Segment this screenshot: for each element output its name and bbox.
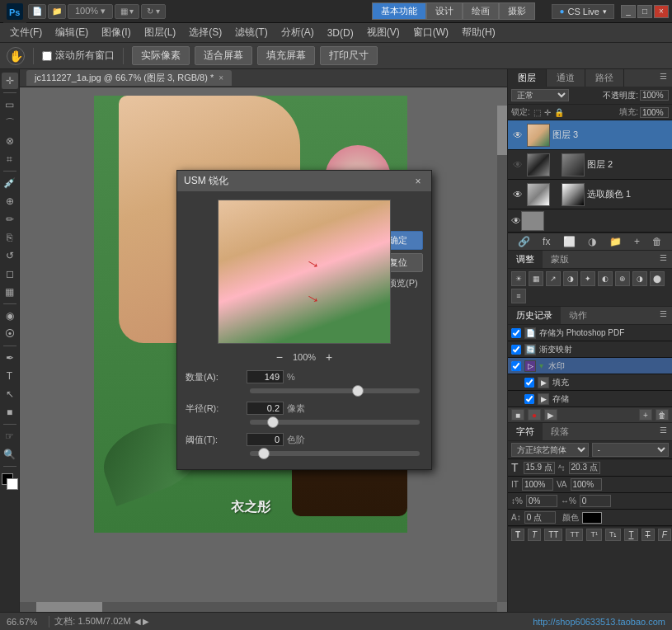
workspace-tab-design[interactable]: 设计 — [426, 2, 463, 20]
strikethrough-btn[interactable]: T — [641, 529, 655, 541]
hist-record-btn[interactable]: ● — [528, 409, 541, 421]
fill-input[interactable] — [640, 107, 669, 118]
nav-left-btn[interactable]: ◀ — [134, 617, 141, 626]
hist-new-btn[interactable]: + — [639, 409, 652, 421]
layer-visibility-bg[interactable]: 👁 — [511, 215, 521, 227]
radius-input[interactable] — [247, 402, 284, 415]
char-panel-menu[interactable]: ☰ — [655, 423, 672, 440]
view-select[interactable]: ▦ ▾ — [115, 4, 139, 19]
hist-check-1[interactable] — [511, 328, 521, 338]
quick-select-icon[interactable]: ⊗ — [2, 133, 18, 149]
threshold-input[interactable] — [247, 433, 284, 446]
eyedropper-icon[interactable]: 💉 — [2, 175, 18, 191]
superscript-btn[interactable]: T¹ — [586, 529, 602, 541]
tab-layers[interactable]: 图层 — [508, 69, 547, 87]
font-family-select[interactable]: 方正综艺简体 — [511, 443, 589, 457]
hist-play-btn[interactable]: ▶ — [544, 409, 557, 421]
horizontal-scrollbar-thumb[interactable] — [36, 602, 102, 612]
vert-scale-input[interactable] — [526, 495, 557, 507]
crop-tool-icon[interactable]: ⌗ — [2, 151, 18, 167]
menu-edit[interactable]: 编辑(E) — [49, 24, 95, 41]
hist-check-4[interactable] — [524, 378, 534, 388]
amount-slider[interactable] — [250, 388, 420, 393]
tab-channels[interactable]: 通道 — [547, 69, 585, 87]
subscript-btn[interactable]: T₁ — [605, 529, 622, 541]
healing-brush-icon[interactable]: ⊕ — [2, 193, 18, 209]
dialog-preview-area[interactable] — [218, 200, 391, 344]
add-mask-btn[interactable]: ⬜ — [563, 236, 576, 247]
menu-filter[interactable]: 滤镜(T) — [228, 24, 274, 41]
layer-item-3[interactable]: 👁 图层 3 — [508, 120, 672, 150]
zoom-tool-icon[interactable]: 🔍 — [2, 446, 18, 463]
blur-tool-icon[interactable]: ◉ — [2, 308, 18, 324]
workspace-tab-paint[interactable]: 绘画 — [463, 2, 499, 20]
layer-visibility-icon-sel1[interactable]: 👁 — [511, 188, 524, 201]
threshold-slider-thumb[interactable] — [258, 448, 270, 459]
line-height-input[interactable] — [569, 462, 600, 474]
background-color[interactable] — [7, 478, 18, 490]
tab-paths[interactable]: 路径 — [585, 69, 624, 87]
lock-pixel-icon[interactable]: ⬚ — [533, 108, 541, 117]
font-style-select[interactable]: - — [592, 443, 670, 457]
shape-tool-icon[interactable]: ■ — [2, 404, 18, 421]
italic-btn[interactable]: T — [528, 529, 541, 541]
kerning-input[interactable] — [571, 478, 602, 491]
tab-adjustments[interactable]: 调整 — [508, 251, 543, 268]
font-size-input[interactable] — [524, 462, 555, 474]
layer-item-2[interactable]: 👁 图层 2 — [508, 150, 672, 180]
path-select-icon[interactable]: ↖ — [2, 386, 18, 402]
opacity-input[interactable] — [640, 90, 669, 101]
small-caps-btn[interactable]: TT — [566, 529, 583, 541]
close-btn[interactable]: × — [654, 5, 669, 18]
cslive-button[interactable]: ● CS Live ▾ — [552, 4, 614, 19]
new-adj-btn[interactable]: ◑ — [588, 236, 596, 247]
tab-paragraph[interactable]: 段落 — [543, 423, 577, 440]
hist-check-5[interactable] — [524, 394, 534, 404]
hue-sat-icon[interactable]: ◐ — [598, 271, 613, 286]
scroll-all-checkbox[interactable] — [42, 51, 52, 61]
menu-view[interactable]: 视图(V) — [360, 24, 406, 41]
bold-btn[interactable]: T — [511, 529, 524, 541]
menu-layer[interactable]: 图层(L) — [138, 24, 183, 41]
tab-actions[interactable]: 动作 — [561, 307, 595, 324]
workspace-tab-basic[interactable]: 基本功能 — [372, 2, 426, 20]
history-brush-icon[interactable]: ↺ — [2, 247, 18, 264]
zoom-in-btn[interactable]: + — [322, 350, 336, 364]
faux-italic-btn[interactable]: F — [658, 529, 671, 541]
doc-tab-item[interactable]: jc111227_1a.jpg @ 66.7% (图层 3, RGB/8) * … — [26, 70, 232, 86]
panel-menu-icon[interactable]: ☰ — [655, 69, 672, 87]
hist-stop-btn[interactable]: ■ — [511, 409, 524, 421]
tab-history[interactable]: 历史记录 — [508, 307, 561, 324]
lock-all-icon[interactable]: 🔒 — [554, 108, 564, 117]
color-balance-icon[interactable]: ⊕ — [615, 271, 630, 286]
underline-btn[interactable]: T — [624, 529, 637, 541]
delete-layer-btn[interactable]: 🗑 — [652, 236, 662, 247]
exposure-icon[interactable]: ◑ — [563, 271, 578, 286]
hist-item-2[interactable]: 🔄 渐变映射 — [508, 341, 672, 358]
brightness-icon[interactable]: ☀ — [511, 271, 526, 286]
fit-screen-btn[interactable]: 适合屏幕 — [195, 46, 252, 65]
tracking-input[interactable] — [522, 478, 553, 491]
hist-item-1[interactable]: 📄 存储为 Photoshop PDF — [508, 325, 672, 341]
amount-input[interactable] — [247, 370, 284, 383]
menu-3d[interactable]: 3D(D) — [321, 26, 360, 40]
amount-slider-thumb[interactable] — [352, 385, 364, 397]
rectangular-marquee-icon[interactable]: ▭ — [2, 96, 18, 113]
hist-item-4[interactable]: ▶ 填充 — [508, 374, 672, 391]
dialog-close-btn[interactable]: × — [411, 175, 425, 188]
vertical-scrollbar[interactable] — [497, 106, 507, 602]
hist-panel-menu[interactable]: ☰ — [655, 307, 672, 324]
fill-screen-btn[interactable]: 填充屏幕 — [257, 46, 315, 65]
doc-tab-close[interactable]: × — [219, 73, 223, 82]
horizontal-scrollbar[interactable] — [20, 602, 497, 612]
rotate-btn[interactable]: ↻ ▾ — [141, 4, 166, 19]
layer-item-sel1[interactable]: 👁 选取颜色 1 — [508, 180, 672, 209]
horiz-scale-input[interactable] — [580, 495, 611, 507]
vibrance-icon[interactable]: ✦ — [580, 271, 595, 286]
hist-check-2[interactable] — [511, 345, 521, 355]
threshold-slider[interactable] — [250, 451, 420, 456]
hist-check-3[interactable] — [511, 361, 521, 371]
adj-panel-menu[interactable]: ☰ — [655, 251, 672, 268]
tab-masks[interactable]: 蒙版 — [543, 251, 577, 268]
lasso-tool-icon[interactable]: ⌒ — [2, 115, 18, 131]
